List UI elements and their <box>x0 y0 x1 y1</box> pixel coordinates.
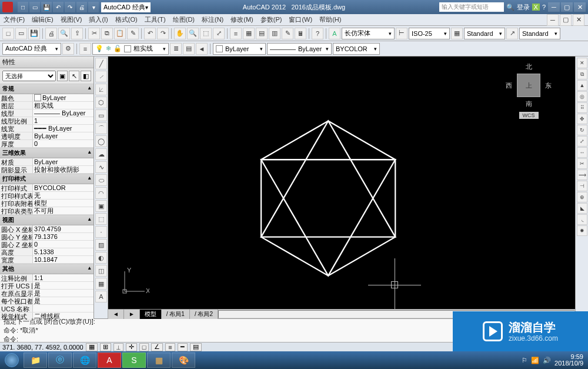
lwt-toggle[interactable]: ━ <box>178 343 188 351</box>
insert-block-icon[interactable]: ▣ <box>95 200 107 212</box>
explode-icon[interactable]: ✸ <box>577 225 587 236</box>
scale-icon[interactable]: ⤢ <box>577 136 587 147</box>
tb-calc-icon[interactable]: 🖩 <box>295 28 306 39</box>
dyn-toggle[interactable]: ≡ <box>165 343 175 351</box>
tab-layout1[interactable]: / 布局1 <box>162 310 190 319</box>
tb-pan-icon[interactable]: ✋ <box>174 28 186 39</box>
tb-design-icon[interactable]: ▦ <box>243 28 255 39</box>
tab-layout2[interactable]: / 布局2 <box>190 310 218 319</box>
select-objects-icon[interactable]: ↖ <box>69 71 79 81</box>
tb-zoomext-icon[interactable]: ⤢ <box>213 28 225 39</box>
minimize-button[interactable]: ─ <box>548 2 560 12</box>
props-row[interactable]: 颜色ByLayer <box>0 94 93 102</box>
help-icon[interactable]: ? <box>542 4 546 11</box>
props-row[interactable]: 高度5.1338 <box>0 248 93 256</box>
props-section-three_d[interactable]: 三维效果 <box>0 148 93 158</box>
props-row[interactable]: 线宽━━━ ByLayer <box>0 125 93 132</box>
task-browser-icon[interactable]: 🌐 <box>73 353 96 368</box>
viewcube-top[interactable]: 上 <box>517 74 540 97</box>
stretch-icon[interactable]: ↔ <box>577 147 587 158</box>
menu-edit[interactable]: 编辑(E) <box>32 15 54 24</box>
tb-layer-state-icon[interactable]: ≣ <box>170 43 182 55</box>
help-search-input[interactable]: 输入关键字或短语 <box>439 2 504 12</box>
task-autocad-icon[interactable]: A <box>98 353 121 368</box>
tb-publish-icon[interactable]: ⇪ <box>71 28 83 39</box>
props-row[interactable]: 打印样式BYCOLOR <box>0 184 93 192</box>
menu-tools[interactable]: 工具(T) <box>145 15 166 24</box>
tb-properties-icon[interactable]: ≡ <box>230 28 242 39</box>
copy-tool-icon[interactable]: ⧉ <box>577 69 587 79</box>
qat-more-icon[interactable]: ▾ <box>88 2 99 12</box>
snap-toggle[interactable]: ▦ <box>86 343 98 351</box>
toggle-pick-icon[interactable]: ◧ <box>81 71 91 81</box>
menu-param[interactable]: 参数(P) <box>260 15 282 24</box>
help-search-icon[interactable]: 🔍 <box>506 4 514 11</box>
ellipse-tool-icon[interactable]: ⬭ <box>95 174 107 186</box>
tb-undo-icon[interactable]: ↶ <box>144 28 156 39</box>
osnap-toggle[interactable]: □ <box>139 343 149 351</box>
doc-minimize-icon[interactable]: ─ <box>547 14 559 26</box>
qat-redo-icon[interactable]: ↷ <box>65 2 75 12</box>
tb-paste-icon[interactable]: 📋 <box>114 28 126 39</box>
offset-icon[interactable]: ◎ <box>577 91 587 102</box>
app-logo-icon[interactable] <box>2 2 13 12</box>
props-row[interactable]: 注释比例1:1 <box>0 274 93 282</box>
tb-match-icon[interactable]: ✎ <box>127 28 139 39</box>
doc-close-icon[interactable]: ✕ <box>573 14 584 26</box>
rotate-icon[interactable]: ↻ <box>577 125 587 135</box>
tb-layer-prev-icon[interactable]: ◄ <box>196 43 208 55</box>
point-tool-icon[interactable]: · <box>95 226 107 238</box>
polygon-tool-icon[interactable]: ⬡ <box>95 97 107 108</box>
tb-zoomwin-icon[interactable]: ⬚ <box>200 28 212 39</box>
tb-sheet-icon[interactable]: ▥ <box>269 28 280 39</box>
tb-layer-mgr-icon[interactable]: ≡ <box>79 43 91 55</box>
table-tool-icon[interactable]: ▦ <box>95 278 107 290</box>
props-row[interactable]: 阴影显示投射和接收阴影 <box>0 166 93 174</box>
drawing-canvas[interactable]: 北 西 上 东 南 WCS Y X <box>108 56 575 309</box>
menu-insert[interactable]: 插入(I) <box>89 15 108 24</box>
tb-new-icon[interactable]: □ <box>2 28 14 39</box>
layer-dropdown[interactable]: 💡❄🔓 粗实线 <box>92 43 169 55</box>
start-button[interactable] <box>1 353 22 368</box>
join-icon[interactable]: ⊕ <box>577 192 587 202</box>
login-link[interactable]: 登录 <box>517 3 530 12</box>
tb-save-icon[interactable]: 💾 <box>28 28 40 39</box>
tab-model[interactable]: 模型 <box>140 310 162 319</box>
menu-window[interactable]: 窗口(W) <box>289 15 312 24</box>
tray-vol-icon[interactable]: 🔊 <box>543 357 551 364</box>
tb-help2-icon[interactable]: ? <box>312 28 323 39</box>
close-button[interactable]: ✕ <box>574 2 586 12</box>
task-app-icon[interactable]: ▦ <box>147 353 171 368</box>
props-section-general[interactable]: 常规 <box>0 84 93 94</box>
chamfer-icon[interactable]: ◣ <box>577 203 587 214</box>
lineweight-dropdown[interactable]: BYCOLOR <box>333 43 380 55</box>
tb-dimstyle-icon[interactable]: ⊢ <box>396 28 407 39</box>
tb-tablestyle-icon[interactable]: ▦ <box>451 28 463 39</box>
task-explorer-icon[interactable]: 📁 <box>24 353 47 368</box>
props-section-view[interactable]: 视图 <box>0 215 93 225</box>
qat-print-icon[interactable]: 🖨 <box>76 2 87 12</box>
wcs-badge[interactable]: WCS <box>519 112 539 119</box>
tb-copy-icon[interactable]: ⧉ <box>101 28 113 39</box>
props-row[interactable]: 打印表类型不可用 <box>0 207 93 215</box>
tb-zoom-icon[interactable]: 🔍 <box>187 28 199 39</box>
revcloud-tool-icon[interactable]: ☁ <box>95 148 107 160</box>
props-section-plot[interactable]: 打印样式 <box>0 174 93 184</box>
menu-modify[interactable]: 修改(M) <box>230 15 253 24</box>
props-row[interactable]: UCS 名称 <box>0 305 93 313</box>
system-tray[interactable]: ⚐ 📶 🔊 9:59 2018/10/9 <box>522 354 587 367</box>
props-section-misc[interactable]: 其他 <box>0 264 93 274</box>
mtext-tool-icon[interactable]: A <box>95 291 107 302</box>
qat-undo-icon[interactable]: ↶ <box>53 2 64 12</box>
region-tool-icon[interactable]: ◫ <box>95 265 107 277</box>
quick-select-icon[interactable]: ▣ <box>57 71 68 81</box>
mleader-dropdown[interactable]: Standard <box>519 28 560 39</box>
extend-icon[interactable]: ⟶ <box>577 169 587 180</box>
task-wps-icon[interactable]: S <box>122 353 146 368</box>
line-tool-icon[interactable]: ╱ <box>95 58 107 69</box>
qp-toggle[interactable]: ▤ <box>190 343 202 351</box>
selection-dropdown[interactable]: 无选择 <box>2 71 56 81</box>
grid-toggle[interactable]: ⊞ <box>100 343 111 351</box>
hatch-tool-icon[interactable]: ▨ <box>95 239 107 251</box>
props-row[interactable]: 线型比例1 <box>0 117 93 125</box>
